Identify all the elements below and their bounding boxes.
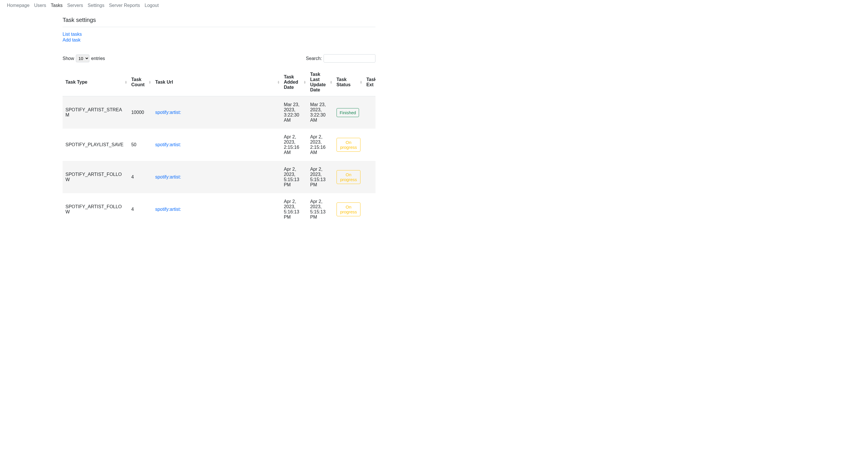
col-label: Task Type	[65, 80, 87, 85]
task-url-link[interactable]: spotify:artist:	[155, 175, 181, 179]
show-suffix: entries	[91, 56, 105, 61]
show-entries: Show 10 entries	[63, 55, 105, 62]
col-task-type[interactable]: Task Type ▲▼	[63, 68, 128, 96]
show-prefix: Show	[63, 56, 74, 61]
table-wrap: Task Type ▲▼ Task Count ▲▼ Task Url ▲▼ T…	[63, 68, 375, 225]
search-box: Search:	[306, 54, 375, 63]
col-label: Task Count	[131, 77, 145, 87]
main-content: Task settings List tasks Add task Show 1…	[63, 11, 375, 225]
page-title: Task settings	[63, 17, 375, 23]
sort-icon: ▲▼	[304, 81, 306, 84]
cell-task-url: spotify:artist:	[152, 161, 281, 193]
cell-task-type: SPOTIFY_ARTIST_STREAM	[63, 96, 128, 129]
col-label: Task Ext	[366, 77, 375, 87]
cell-task-updated: Mar 23, 2023, 3:22:30 AM	[307, 96, 333, 129]
cell-task-url: spotify:artist:	[152, 96, 281, 129]
task-url-link[interactable]: spotify:artist:	[155, 207, 181, 212]
status-badge: Finished	[337, 108, 359, 117]
task-url-link[interactable]: spotify:artist:	[155, 110, 181, 115]
cell-task-ext	[363, 193, 375, 225]
table-row: SPOTIFY_ARTIST_FOLLOW4spotify:artist:Apr…	[63, 193, 375, 225]
sort-icon: ▲▼	[125, 81, 127, 84]
cell-task-url: spotify:artist:	[152, 193, 281, 225]
top-nav: Homepage Users Tasks Servers Settings Se…	[0, 0, 868, 11]
cell-task-ext	[363, 96, 375, 129]
cell-task-url: spotify:artist:	[152, 129, 281, 161]
nav-settings[interactable]: Settings	[88, 3, 104, 8]
nav-homepage[interactable]: Homepage	[7, 3, 29, 8]
sort-icon: ▲▼	[277, 81, 280, 84]
cell-task-count: 50	[128, 129, 152, 161]
cell-task-count: 10000	[128, 96, 152, 129]
sublinks: List tasks Add task	[63, 32, 375, 43]
search-label: Search:	[306, 56, 322, 61]
search-input[interactable]	[323, 54, 375, 63]
cell-task-added: Mar 23, 2023, 3:22:30 AM	[281, 96, 307, 129]
task-url-link[interactable]: spotify:artist:	[155, 142, 181, 147]
link-add-task[interactable]: Add task	[63, 37, 375, 43]
table-body: SPOTIFY_ARTIST_STREAM10000spotify:artist…	[63, 96, 375, 226]
cell-task-added: Apr 2, 2023, 5:15:13 PM	[281, 161, 307, 193]
table-controls: Show 10 entries Search:	[63, 54, 375, 63]
col-label: Task Status	[337, 77, 351, 87]
cell-task-updated: Apr 2, 2023, 2:15:16 AM	[307, 129, 333, 161]
nav-logout[interactable]: Logout	[145, 3, 159, 8]
col-label: Task Last Update Date	[310, 72, 326, 92]
sort-icon: ▲▼	[149, 81, 151, 84]
cell-task-status: On progress	[334, 193, 364, 225]
table-row: SPOTIFY_ARTIST_FOLLOW4spotify:artist:Apr…	[63, 161, 375, 193]
table-row: SPOTIFY_PLAYLIST_SAVE50spotify:artist:Ap…	[63, 129, 375, 161]
col-label: Task Url	[155, 80, 173, 85]
nav-users[interactable]: Users	[34, 3, 46, 8]
status-badge: On progress	[337, 170, 361, 184]
entries-select[interactable]: 10	[76, 55, 89, 62]
nav-servers[interactable]: Servers	[67, 3, 83, 8]
nav-tasks[interactable]: Tasks	[51, 3, 63, 8]
sort-icon: ▲▼	[360, 81, 363, 84]
cell-task-type: SPOTIFY_PLAYLIST_SAVE	[63, 129, 128, 161]
sort-icon: ▲▼	[330, 81, 333, 84]
status-badge: On progress	[337, 203, 361, 216]
cell-task-status: On progress	[334, 161, 364, 193]
cell-task-type: SPOTIFY_ARTIST_FOLLOW	[63, 193, 128, 225]
col-task-added[interactable]: Task Added Date ▲▼	[281, 68, 307, 96]
link-list-tasks[interactable]: List tasks	[63, 32, 375, 37]
col-task-count[interactable]: Task Count ▲▼	[128, 68, 152, 96]
cell-task-added: Apr 2, 2023, 2:15:16 AM	[281, 129, 307, 161]
col-task-url[interactable]: Task Url ▲▼	[152, 68, 281, 96]
header-row: Task Type ▲▼ Task Count ▲▼ Task Url ▲▼ T…	[63, 68, 375, 96]
cell-task-count: 4	[128, 161, 152, 193]
cell-task-updated: Apr 2, 2023, 5:15:13 PM	[307, 193, 333, 225]
cell-task-ext	[363, 161, 375, 193]
col-label: Task Added Date	[284, 74, 298, 90]
cell-task-updated: Apr 2, 2023, 5:15:13 PM	[307, 161, 333, 193]
cell-task-status: Finished	[334, 96, 364, 129]
col-task-updated[interactable]: Task Last Update Date ▲▼	[307, 68, 333, 96]
table-row: SPOTIFY_ARTIST_STREAM10000spotify:artist…	[63, 96, 375, 129]
cell-task-ext	[363, 129, 375, 161]
cell-task-added: Apr 2, 2023, 5:16:13 PM	[281, 193, 307, 225]
cell-task-type: SPOTIFY_ARTIST_FOLLOW	[63, 161, 128, 193]
tasks-table: Task Type ▲▼ Task Count ▲▼ Task Url ▲▼ T…	[63, 68, 375, 225]
col-task-status[interactable]: Task Status ▲▼	[334, 68, 364, 96]
cell-task-count: 4	[128, 193, 152, 225]
nav-server-reports[interactable]: Server Reports	[109, 3, 140, 8]
col-task-ext[interactable]: Task Ext	[363, 68, 375, 96]
cell-task-status: On progress	[334, 129, 364, 161]
status-badge: On progress	[337, 138, 361, 152]
